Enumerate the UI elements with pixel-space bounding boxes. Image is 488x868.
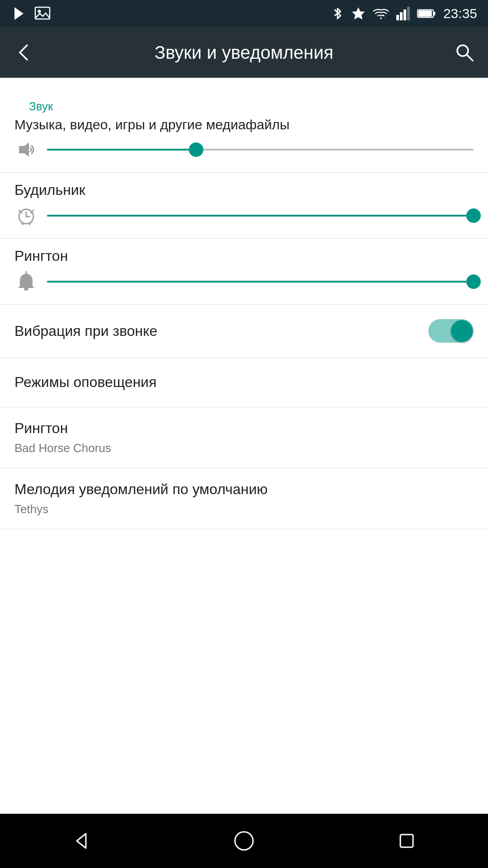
star-icon	[351, 6, 366, 21]
vibration-label: Вибрация при звонке	[14, 323, 157, 340]
ringtone-volume-section: Рингтон	[0, 239, 488, 305]
battery-icon	[417, 7, 436, 20]
ringtone-setting-value: Bad Horse Chorus	[14, 441, 474, 455]
svg-marker-0	[14, 7, 23, 20]
sound-section-header: Звук	[14, 87, 474, 117]
media-description: Музыка, видео, игры и другие медиафайлы	[14, 117, 474, 132]
svg-marker-22	[77, 834, 86, 848]
status-time: 23:35	[443, 6, 477, 21]
ringtone-volume-label: Рингтон	[14, 248, 474, 264]
svg-rect-1	[35, 7, 50, 19]
svg-line-12	[467, 55, 473, 61]
alarm-volume-row	[14, 204, 474, 227]
ringtone-volume-slider[interactable]	[47, 270, 474, 293]
notification-melody-value: Tethys	[14, 502, 474, 516]
notification-melody-label: Мелодия уведомлений по умолчанию	[14, 481, 474, 498]
media-section: Звук Музыка, видео, игры и другие медиаф…	[0, 78, 488, 173]
media-volume-slider[interactable]	[47, 138, 474, 161]
status-bar: 23:35	[0, 0, 488, 27]
notification-melody-item[interactable]: Мелодия уведомлений по умолчанию Tethys	[0, 468, 488, 529]
bell-icon	[14, 270, 38, 293]
back-button[interactable]	[11, 43, 36, 61]
svg-rect-6	[404, 9, 406, 20]
status-bar-left	[11, 5, 51, 22]
status-bar-right: 23:35	[331, 5, 477, 22]
back-nav-button[interactable]	[54, 823, 108, 859]
svg-rect-24	[400, 835, 413, 847]
notification-modes-label: Режимы оповещения	[14, 374, 474, 391]
alarm-icon	[14, 204, 38, 227]
app-bar: Звуки и уведомления	[0, 27, 488, 78]
volume-icon	[14, 138, 38, 161]
vibration-toggle[interactable]	[428, 319, 474, 343]
image-icon	[34, 5, 51, 22]
signal-icon	[396, 7, 410, 20]
ringtone-setting-label: Рингтон	[14, 420, 474, 437]
svg-rect-7	[407, 7, 410, 20]
recent-nav-button[interactable]	[380, 823, 434, 859]
toggle-knob	[451, 320, 473, 342]
alarm-section: Будильник	[0, 173, 488, 239]
svg-rect-10	[418, 10, 432, 16]
alarm-volume-slider[interactable]	[47, 204, 474, 227]
ringtone-volume-row	[14, 270, 474, 293]
bluetooth-icon	[331, 5, 344, 22]
play-icon	[11, 5, 27, 22]
svg-rect-4	[396, 15, 399, 20]
home-nav-button[interactable]	[217, 823, 271, 859]
ringtone-setting-item[interactable]: Рингтон Bad Horse Chorus	[0, 407, 488, 468]
svg-marker-3	[352, 7, 365, 19]
nav-bar	[0, 814, 488, 868]
wifi-icon	[373, 7, 389, 20]
svg-point-23	[235, 832, 253, 850]
app-bar-title: Звуки и уведомления	[51, 42, 437, 63]
svg-marker-13	[19, 142, 29, 157]
notification-modes-section[interactable]: Режимы оповещения	[0, 358, 488, 407]
vibration-row[interactable]: Вибрация при звонке	[0, 305, 488, 358]
media-volume-row	[14, 138, 474, 161]
search-button[interactable]	[452, 42, 477, 62]
svg-rect-9	[433, 12, 435, 15]
settings-content: Звук Музыка, видео, игры и другие медиаф…	[0, 78, 488, 584]
svg-rect-5	[400, 12, 403, 20]
svg-point-2	[38, 10, 41, 13]
alarm-label: Будильник	[14, 182, 474, 198]
